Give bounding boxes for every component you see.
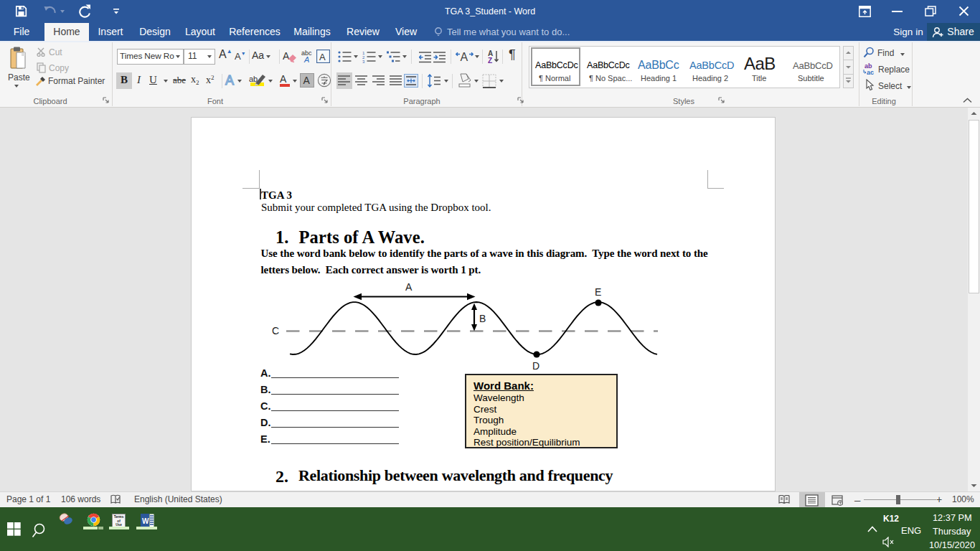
svg-text:ab: ab	[249, 75, 258, 83]
svg-text:A: A	[225, 73, 234, 88]
svg-text:3: 3	[362, 60, 365, 64]
svg-text:Z: Z	[488, 57, 492, 64]
svg-text:W: W	[142, 517, 149, 524]
svg-text:ac: ac	[867, 69, 874, 75]
svg-text:A: A	[303, 55, 309, 63]
svg-text:A: A	[303, 75, 311, 86]
svg-text:A: A	[280, 73, 287, 85]
svg-text:A: A	[319, 52, 326, 62]
svg-text:A: A	[461, 51, 468, 63]
svg-text:A: A	[283, 50, 290, 62]
